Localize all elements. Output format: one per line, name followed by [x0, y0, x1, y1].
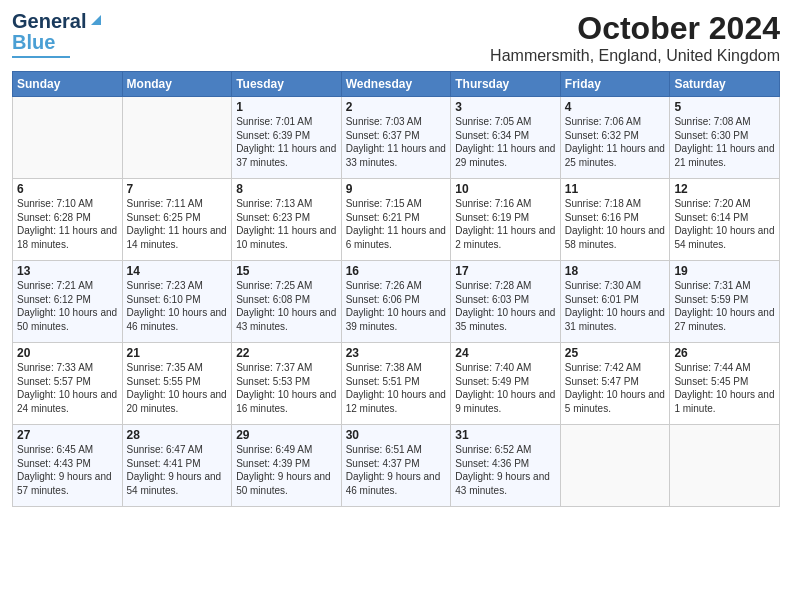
- header: General Blue October 2024 Hammersmith, E…: [12, 10, 780, 65]
- col-tuesday: Tuesday: [232, 72, 342, 97]
- cell-day-number: 12: [674, 182, 775, 196]
- cell-info: Sunrise: 7:42 AM Sunset: 5:47 PM Dayligh…: [565, 361, 666, 415]
- calendar-cell: 12Sunrise: 7:20 AM Sunset: 6:14 PM Dayli…: [670, 179, 780, 261]
- cell-day-number: 30: [346, 428, 447, 442]
- cell-info: Sunrise: 7:28 AM Sunset: 6:03 PM Dayligh…: [455, 279, 556, 333]
- calendar-cell: 9Sunrise: 7:15 AM Sunset: 6:21 PM Daylig…: [341, 179, 451, 261]
- cell-info: Sunrise: 7:37 AM Sunset: 5:53 PM Dayligh…: [236, 361, 337, 415]
- cell-info: Sunrise: 7:44 AM Sunset: 5:45 PM Dayligh…: [674, 361, 775, 415]
- calendar-subtitle: Hammersmith, England, United Kingdom: [490, 47, 780, 65]
- calendar-cell: [13, 97, 123, 179]
- col-sunday: Sunday: [13, 72, 123, 97]
- cell-day-number: 7: [127, 182, 228, 196]
- cell-day-number: 5: [674, 100, 775, 114]
- calendar-cell: 23Sunrise: 7:38 AM Sunset: 5:51 PM Dayli…: [341, 343, 451, 425]
- calendar-cell: 28Sunrise: 6:47 AM Sunset: 4:41 PM Dayli…: [122, 425, 232, 507]
- calendar-week-5: 27Sunrise: 6:45 AM Sunset: 4:43 PM Dayli…: [13, 425, 780, 507]
- calendar-cell: 15Sunrise: 7:25 AM Sunset: 6:08 PM Dayli…: [232, 261, 342, 343]
- cell-info: Sunrise: 7:03 AM Sunset: 6:37 PM Dayligh…: [346, 115, 447, 169]
- cell-day-number: 27: [17, 428, 118, 442]
- cell-info: Sunrise: 7:40 AM Sunset: 5:49 PM Dayligh…: [455, 361, 556, 415]
- cell-day-number: 6: [17, 182, 118, 196]
- calendar-week-3: 13Sunrise: 7:21 AM Sunset: 6:12 PM Dayli…: [13, 261, 780, 343]
- cell-info: Sunrise: 6:49 AM Sunset: 4:39 PM Dayligh…: [236, 443, 337, 497]
- cell-day-number: 22: [236, 346, 337, 360]
- calendar-week-1: 1Sunrise: 7:01 AM Sunset: 6:39 PM Daylig…: [13, 97, 780, 179]
- calendar-cell: 11Sunrise: 7:18 AM Sunset: 6:16 PM Dayli…: [560, 179, 670, 261]
- col-thursday: Thursday: [451, 72, 561, 97]
- cell-info: Sunrise: 7:10 AM Sunset: 6:28 PM Dayligh…: [17, 197, 118, 251]
- logo-icon: [87, 11, 105, 29]
- cell-info: Sunrise: 7:31 AM Sunset: 5:59 PM Dayligh…: [674, 279, 775, 333]
- cell-info: Sunrise: 7:15 AM Sunset: 6:21 PM Dayligh…: [346, 197, 447, 251]
- col-wednesday: Wednesday: [341, 72, 451, 97]
- cell-day-number: 26: [674, 346, 775, 360]
- logo: General Blue: [12, 10, 105, 58]
- cell-day-number: 25: [565, 346, 666, 360]
- cell-day-number: 29: [236, 428, 337, 442]
- cell-info: Sunrise: 7:35 AM Sunset: 5:55 PM Dayligh…: [127, 361, 228, 415]
- calendar-cell: 3Sunrise: 7:05 AM Sunset: 6:34 PM Daylig…: [451, 97, 561, 179]
- cell-info: Sunrise: 6:47 AM Sunset: 4:41 PM Dayligh…: [127, 443, 228, 497]
- calendar-cell: [122, 97, 232, 179]
- calendar-cell: 4Sunrise: 7:06 AM Sunset: 6:32 PM Daylig…: [560, 97, 670, 179]
- calendar-header-row: Sunday Monday Tuesday Wednesday Thursday…: [13, 72, 780, 97]
- cell-info: Sunrise: 7:38 AM Sunset: 5:51 PM Dayligh…: [346, 361, 447, 415]
- calendar-cell: 20Sunrise: 7:33 AM Sunset: 5:57 PM Dayli…: [13, 343, 123, 425]
- calendar-title: October 2024: [490, 10, 780, 47]
- cell-day-number: 13: [17, 264, 118, 278]
- cell-day-number: 1: [236, 100, 337, 114]
- calendar-cell: 29Sunrise: 6:49 AM Sunset: 4:39 PM Dayli…: [232, 425, 342, 507]
- calendar-cell: 8Sunrise: 7:13 AM Sunset: 6:23 PM Daylig…: [232, 179, 342, 261]
- cell-day-number: 14: [127, 264, 228, 278]
- calendar-cell: 26Sunrise: 7:44 AM Sunset: 5:45 PM Dayli…: [670, 343, 780, 425]
- cell-info: Sunrise: 7:08 AM Sunset: 6:30 PM Dayligh…: [674, 115, 775, 169]
- calendar-cell: 7Sunrise: 7:11 AM Sunset: 6:25 PM Daylig…: [122, 179, 232, 261]
- cell-day-number: 17: [455, 264, 556, 278]
- cell-info: Sunrise: 6:52 AM Sunset: 4:36 PM Dayligh…: [455, 443, 556, 497]
- cell-info: Sunrise: 7:13 AM Sunset: 6:23 PM Dayligh…: [236, 197, 337, 251]
- cell-day-number: 15: [236, 264, 337, 278]
- cell-day-number: 19: [674, 264, 775, 278]
- cell-day-number: 24: [455, 346, 556, 360]
- cell-day-number: 10: [455, 182, 556, 196]
- title-block: October 2024 Hammersmith, England, Unite…: [490, 10, 780, 65]
- calendar-cell: [560, 425, 670, 507]
- calendar-cell: 1Sunrise: 7:01 AM Sunset: 6:39 PM Daylig…: [232, 97, 342, 179]
- logo-general: General: [12, 10, 86, 33]
- calendar-cell: 30Sunrise: 6:51 AM Sunset: 4:37 PM Dayli…: [341, 425, 451, 507]
- calendar-cell: 19Sunrise: 7:31 AM Sunset: 5:59 PM Dayli…: [670, 261, 780, 343]
- cell-info: Sunrise: 7:05 AM Sunset: 6:34 PM Dayligh…: [455, 115, 556, 169]
- calendar-cell: [670, 425, 780, 507]
- calendar-cell: 18Sunrise: 7:30 AM Sunset: 6:01 PM Dayli…: [560, 261, 670, 343]
- cell-info: Sunrise: 7:26 AM Sunset: 6:06 PM Dayligh…: [346, 279, 447, 333]
- cell-info: Sunrise: 7:21 AM Sunset: 6:12 PM Dayligh…: [17, 279, 118, 333]
- cell-day-number: 3: [455, 100, 556, 114]
- calendar-cell: 5Sunrise: 7:08 AM Sunset: 6:30 PM Daylig…: [670, 97, 780, 179]
- cell-day-number: 31: [455, 428, 556, 442]
- calendar-table: Sunday Monday Tuesday Wednesday Thursday…: [12, 71, 780, 507]
- calendar-cell: 24Sunrise: 7:40 AM Sunset: 5:49 PM Dayli…: [451, 343, 561, 425]
- cell-info: Sunrise: 7:33 AM Sunset: 5:57 PM Dayligh…: [17, 361, 118, 415]
- logo-blue: Blue: [12, 31, 55, 54]
- cell-day-number: 20: [17, 346, 118, 360]
- calendar-cell: 10Sunrise: 7:16 AM Sunset: 6:19 PM Dayli…: [451, 179, 561, 261]
- calendar-cell: 17Sunrise: 7:28 AM Sunset: 6:03 PM Dayli…: [451, 261, 561, 343]
- col-monday: Monday: [122, 72, 232, 97]
- calendar-week-2: 6Sunrise: 7:10 AM Sunset: 6:28 PM Daylig…: [13, 179, 780, 261]
- cell-info: Sunrise: 7:16 AM Sunset: 6:19 PM Dayligh…: [455, 197, 556, 251]
- cell-day-number: 21: [127, 346, 228, 360]
- cell-day-number: 16: [346, 264, 447, 278]
- cell-info: Sunrise: 6:45 AM Sunset: 4:43 PM Dayligh…: [17, 443, 118, 497]
- cell-day-number: 18: [565, 264, 666, 278]
- calendar-cell: 14Sunrise: 7:23 AM Sunset: 6:10 PM Dayli…: [122, 261, 232, 343]
- cell-day-number: 2: [346, 100, 447, 114]
- cell-info: Sunrise: 7:01 AM Sunset: 6:39 PM Dayligh…: [236, 115, 337, 169]
- cell-info: Sunrise: 7:25 AM Sunset: 6:08 PM Dayligh…: [236, 279, 337, 333]
- calendar-cell: 21Sunrise: 7:35 AM Sunset: 5:55 PM Dayli…: [122, 343, 232, 425]
- cell-info: Sunrise: 7:23 AM Sunset: 6:10 PM Dayligh…: [127, 279, 228, 333]
- calendar-cell: 16Sunrise: 7:26 AM Sunset: 6:06 PM Dayli…: [341, 261, 451, 343]
- logo-underline: [12, 56, 70, 58]
- calendar-cell: 13Sunrise: 7:21 AM Sunset: 6:12 PM Dayli…: [13, 261, 123, 343]
- cell-day-number: 23: [346, 346, 447, 360]
